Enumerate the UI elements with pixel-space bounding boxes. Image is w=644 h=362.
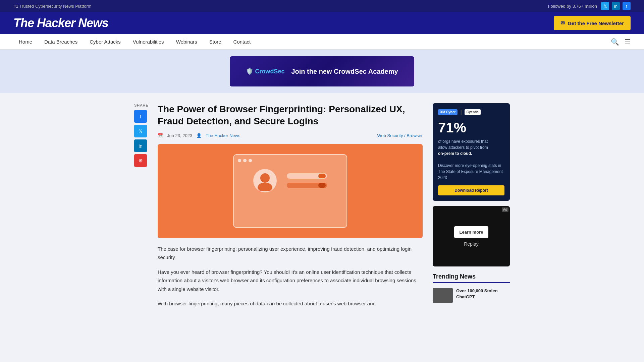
- menu-icon[interactable]: ☰: [625, 38, 631, 46]
- banner-ad-text: Join the new CrowdSec Academy: [291, 68, 398, 75]
- share-twitter-button[interactable]: 𝕏: [134, 125, 147, 137]
- article-tags[interactable]: Web Security / Browser: [377, 133, 423, 138]
- nav-home[interactable]: Home: [13, 34, 38, 49]
- article-title: The Power of Browser Fingerprinting: Per…: [158, 103, 423, 128]
- header: The Hacker News ✉ Get the Free Newslette…: [0, 12, 644, 34]
- ad-label: Ad: [502, 207, 508, 212]
- nav-links: Home Data Breaches Cyber Attacks Vulnera…: [13, 34, 256, 49]
- svg-point-1: [258, 183, 272, 191]
- share-facebook-button[interactable]: f: [134, 110, 147, 123]
- user-avatar: [253, 169, 277, 192]
- share-other-button[interactable]: ⊕: [134, 154, 147, 167]
- newsletter-label: Get the Free Newsletter: [568, 20, 624, 26]
- content-wrapper: SHARE f 𝕏 in ⊕ The Power of Browser Fing…: [121, 103, 523, 314]
- article-date: Jun 23, 2023: [167, 133, 192, 138]
- browser-dot-3: [249, 159, 252, 162]
- ad-logos: XM Cyber | Cyentia: [438, 109, 504, 116]
- browser-dots: [238, 159, 342, 162]
- trending-thumb: [433, 288, 453, 303]
- form-field-1: [287, 173, 327, 179]
- article-meta: 📅 Jun 23, 2023 👤 The Hacker News Web Sec…: [158, 133, 423, 138]
- nav-contact[interactable]: Contact: [228, 34, 256, 49]
- banner-area: 🛡️ CrowdSec Join the new CrowdSec Academ…: [0, 50, 644, 93]
- site-title[interactable]: The Hacker News: [13, 16, 108, 30]
- avatar-svg: [255, 171, 275, 191]
- ad-box-xmcyber[interactable]: XM Cyber | Cyentia 71% of orgs have expo…: [433, 103, 510, 201]
- envelope-icon: ✉: [560, 20, 565, 26]
- author-icon: 👤: [196, 133, 202, 138]
- nav-cyber-attacks[interactable]: Cyber Attacks: [84, 34, 126, 49]
- article-body-2: With browser fingerprinting, many pieces…: [158, 299, 423, 308]
- share-linkedin-button[interactable]: in: [134, 139, 147, 152]
- trending-title: Trending News: [433, 273, 510, 280]
- follow-text: Followed by 3.76+ million: [548, 4, 597, 9]
- crowdsec-logo: 🛡️ CrowdSec: [246, 68, 284, 75]
- nav-data-breaches[interactable]: Data Breaches: [39, 34, 83, 49]
- article-meta-left: 📅 Jun 23, 2023 👤 The Hacker News: [158, 133, 240, 138]
- newsletter-button[interactable]: ✉ Get the Free Newsletter: [554, 16, 631, 30]
- trust-text: #1 Trusted Cybersecurity News Platform: [13, 4, 92, 9]
- article-sidebar: XM Cyber | Cyentia 71% of orgs have expo…: [433, 103, 510, 314]
- trending-item-text: Over 100,000 Stolen ChatGPT: [456, 288, 510, 303]
- form-fields: [287, 173, 327, 188]
- cyentia-logo: Cyentia: [465, 109, 481, 115]
- linkedin-icon[interactable]: in: [612, 2, 620, 10]
- ad-box-replay[interactable]: Ad Learn more Replay: [433, 206, 510, 266]
- nav-store[interactable]: Store: [204, 34, 227, 49]
- nav-vulnerabilities[interactable]: Vulnerabilities: [127, 34, 169, 49]
- social-icons: 𝕏 in f: [601, 2, 631, 10]
- browser-mockup: [233, 154, 347, 228]
- facebook-icon[interactable]: f: [623, 2, 631, 10]
- twitter-icon[interactable]: 𝕏: [601, 2, 609, 10]
- search-icon[interactable]: 🔍: [611, 38, 619, 46]
- article-hero-image: [158, 144, 423, 238]
- browser-content: [238, 169, 342, 192]
- learn-more-button[interactable]: Learn more: [454, 226, 489, 238]
- svg-point-0: [260, 173, 270, 183]
- browser-dot-2: [243, 159, 247, 162]
- top-bar: #1 Trusted Cybersecurity News Platform F…: [0, 0, 644, 12]
- share-label: SHARE: [134, 103, 148, 107]
- xmcyber-logo: XM Cyber: [438, 109, 458, 115]
- article-author[interactable]: The Hacker News: [206, 133, 240, 138]
- trending-divider: [433, 282, 510, 283]
- ad-description: of orgs have exposures that allow attack…: [438, 138, 504, 181]
- form-field-2: [287, 183, 327, 188]
- download-report-button[interactable]: Download Report: [438, 185, 504, 195]
- crowdsec-banner[interactable]: 🛡️ CrowdSec Join the new CrowdSec Academ…: [230, 56, 414, 86]
- nav-webinars[interactable]: Webinars: [171, 34, 203, 49]
- trending-section: Trending News Over 100,000 Stolen ChatGP…: [433, 273, 510, 303]
- calendar-icon: 📅: [158, 133, 163, 138]
- field-toggle-1: [318, 174, 326, 178]
- top-bar-right: Followed by 3.76+ million 𝕏 in f: [548, 2, 631, 10]
- article-body-1: Have you ever heard of browser fingerpri…: [158, 268, 423, 294]
- field-toggle-2: [318, 183, 326, 188]
- ad-box-2-inner: Learn more Replay: [433, 206, 510, 266]
- navigation: Home Data Breaches Cyber Attacks Vulnera…: [0, 34, 644, 50]
- share-sidebar: SHARE f 𝕏 in ⊕: [134, 103, 148, 314]
- replay-text: Replay: [464, 241, 479, 247]
- trending-item[interactable]: Over 100,000 Stolen ChatGPT: [433, 288, 510, 303]
- article-intro: The case for browser fingerprinting: per…: [158, 245, 423, 262]
- article-main: The Power of Browser Fingerprinting: Per…: [158, 103, 423, 314]
- nav-icons: 🔍 ☰: [611, 38, 631, 46]
- ad-stat-number: 71%: [438, 120, 504, 136]
- banner-content: 🛡️ CrowdSec Join the new CrowdSec Academ…: [246, 68, 398, 75]
- browser-dot-1: [238, 159, 241, 162]
